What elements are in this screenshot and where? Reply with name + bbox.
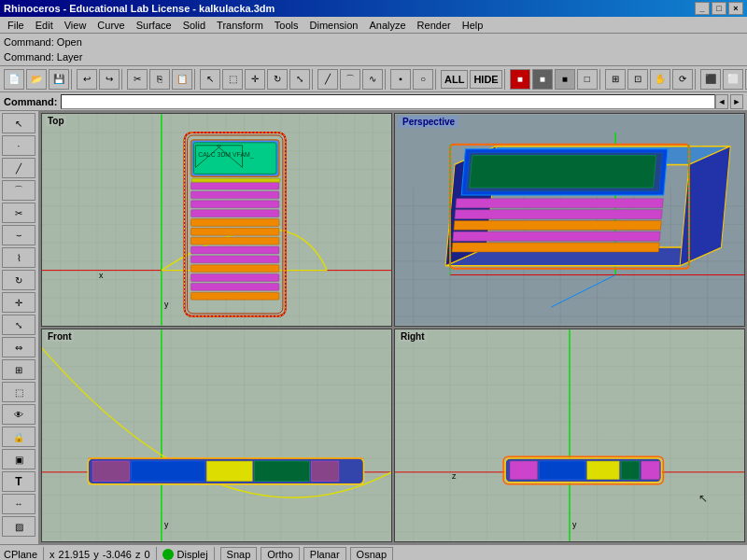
ortho-button[interactable]: Ortho (261, 547, 300, 561)
tb-paste[interactable]: 📋 (172, 69, 192, 90)
status-bar: CPlane x 21.915 y -3.046 z 0 Displej Sna… (0, 544, 747, 560)
svg-text:y: y (164, 520, 169, 529)
lt-scale[interactable]: ⤡ (2, 315, 35, 335)
scroll-left[interactable]: ◄ (715, 94, 728, 109)
tb-sep4 (312, 69, 316, 90)
tb-undo[interactable]: ↩ (77, 69, 97, 90)
lt-sel[interactable]: ⬚ (2, 382, 35, 402)
lt-rotate[interactable]: ↻ (2, 270, 35, 290)
tb-shade1[interactable]: ■ (510, 69, 530, 90)
lt-array[interactable]: ⊞ (2, 359, 35, 380)
tb-sep8 (599, 69, 603, 90)
menu-solid[interactable]: Solid (177, 19, 211, 32)
snap-button[interactable]: Snap (220, 547, 258, 561)
tb-box[interactable]: ▪ (390, 69, 411, 90)
lt-move[interactable]: ✛ (2, 292, 35, 313)
menu-curve[interactable]: Curve (92, 19, 130, 32)
maximize-button[interactable]: □ (712, 2, 726, 15)
osnap-button[interactable]: Osnap (350, 547, 393, 561)
menu-analyze[interactable]: Analyze (363, 19, 411, 32)
x-label: x (49, 549, 55, 560)
tb-shade2[interactable]: ■ (532, 69, 553, 90)
svg-rect-85 (455, 210, 662, 219)
tb-cut[interactable]: ✂ (127, 69, 148, 90)
minimize-button[interactable]: _ (695, 2, 710, 15)
lt-line[interactable]: ╱ (2, 158, 35, 178)
close-button[interactable]: × (728, 2, 743, 15)
display-label: Displej (177, 549, 208, 560)
tb-zoom-ext[interactable]: ⊞ (605, 69, 626, 90)
viewport-perspective[interactable]: Perspective (394, 113, 745, 327)
viewport-perspective-label: Perspective (399, 116, 458, 128)
tb-redo[interactable]: ↪ (99, 69, 120, 90)
z-value: 0 (144, 549, 149, 560)
lt-hide[interactable]: 👁 (2, 404, 35, 425)
tb-shade3[interactable]: ■ (555, 69, 575, 90)
lt-fillet[interactable]: ⌣ (2, 225, 35, 245)
planar-button[interactable]: Planar (303, 547, 346, 561)
menu-transform[interactable]: Transform (211, 19, 269, 32)
tb-all-label[interactable]: ALL (441, 70, 468, 89)
menu-surface[interactable]: Surface (131, 19, 177, 32)
tb-sep2 (121, 69, 125, 90)
tb-open[interactable]: 📂 (26, 69, 47, 90)
tb-shade4[interactable]: □ (577, 69, 598, 90)
svg-rect-43 (190, 201, 278, 208)
lt-polyline[interactable]: ⌒ (2, 180, 35, 201)
menu-help[interactable]: Help (457, 19, 489, 32)
tb-copy[interactable]: ⎘ (149, 69, 170, 90)
menu-render[interactable]: Render (412, 19, 457, 32)
lt-group[interactable]: ▣ (2, 449, 35, 469)
tb-line[interactable]: ╱ (317, 69, 338, 90)
tb-pan[interactable]: ✋ (650, 69, 670, 90)
svg-rect-83 (470, 156, 656, 188)
scroll-right[interactable]: ► (730, 94, 743, 109)
tb-sphere[interactable]: ○ (413, 69, 433, 90)
tb-polyline[interactable]: ⌒ (340, 69, 360, 90)
svg-text:y: y (164, 300, 169, 309)
tb-scale[interactable]: ⤡ (289, 69, 310, 90)
lt-lock[interactable]: 🔒 (2, 427, 35, 447)
viewport-front[interactable]: Front (41, 329, 392, 542)
cplane-label: CPlane (4, 549, 37, 560)
tb-rotate-view[interactable]: ⟳ (672, 69, 693, 90)
menu-view[interactable]: View (59, 19, 92, 32)
tb-move[interactable]: ✛ (245, 69, 265, 90)
menu-file[interactable]: File (2, 19, 30, 32)
lt-dim[interactable]: ↔ (2, 494, 35, 514)
tb-hide-label[interactable]: HIDE (470, 70, 501, 89)
tb-new[interactable]: 📄 (4, 69, 24, 90)
menu-edit[interactable]: Edit (30, 19, 59, 32)
lt-mirror[interactable]: ⇔ (2, 337, 35, 357)
command-history-line2: Command: Layer (4, 49, 743, 64)
lt-point[interactable]: · (2, 135, 35, 156)
svg-text:y: y (572, 520, 577, 529)
title-controls: _ □ × (695, 2, 743, 15)
svg-rect-52 (190, 283, 278, 290)
lt-text[interactable]: T (2, 471, 35, 492)
lt-hatch[interactable]: ▨ (2, 516, 35, 537)
lt-arrow[interactable]: ↖ (2, 113, 35, 133)
svg-rect-92 (42, 329, 391, 540)
viewport-area: Top (39, 111, 747, 544)
command-input[interactable] (61, 94, 715, 109)
tb-a[interactable]: ⬛ (700, 69, 721, 90)
tb-select[interactable]: ↖ (200, 69, 220, 90)
menu-dimension[interactable]: Dimension (304, 19, 364, 32)
tb-b[interactable]: ⬜ (723, 69, 743, 90)
svg-rect-87 (453, 231, 660, 241)
menu-tools[interactable]: Tools (269, 19, 304, 32)
lt-trim[interactable]: ✂ (2, 203, 35, 223)
status-div3 (214, 547, 215, 561)
lt-blend[interactable]: ⌇ (2, 247, 35, 268)
viewport-right[interactable]: Right (394, 329, 745, 542)
tb-save[interactable]: 💾 (49, 69, 69, 90)
tb-sep3 (194, 69, 198, 90)
tb-rotate[interactable]: ↻ (267, 69, 288, 90)
tb-lasso[interactable]: ⬚ (222, 69, 243, 90)
viewport-top-label: Top (46, 116, 66, 126)
tb-curve[interactable]: ∿ (362, 69, 383, 90)
tb-zoom-win[interactable]: ⊡ (627, 69, 648, 90)
viewport-top[interactable]: Top (41, 113, 392, 327)
viewport-perspective-svg (395, 114, 744, 326)
